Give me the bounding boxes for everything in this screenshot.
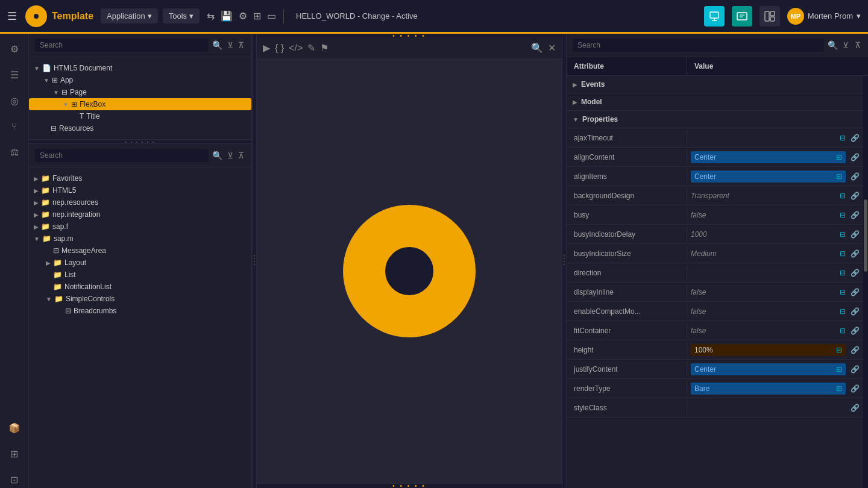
prop-val-render-type[interactable]: Bare ⊟ 🔗 bbox=[687, 381, 863, 396]
component-search-icon[interactable]: 🔍 bbox=[212, 151, 222, 160]
prop-link-height[interactable]: 🔗 bbox=[851, 346, 860, 354]
sidebar-share-icon[interactable]: ⑂ bbox=[9, 119, 20, 134]
list-item-nep-resources[interactable]: ▶ 📁 nep.resources bbox=[29, 196, 251, 208]
prop-copy-direction[interactable]: ⊟ bbox=[840, 269, 846, 277]
list-item-breadcrumbs[interactable]: ▶ ⊟ Breadcrumbs bbox=[29, 305, 251, 317]
prop-val-height[interactable]: 100% ⊟ 🔗 bbox=[687, 342, 863, 358]
right-filter-button[interactable]: ⊻ bbox=[841, 39, 850, 51]
prop-copy-display-inline[interactable]: ⊟ bbox=[840, 288, 846, 296]
tree-item-title[interactable]: ▶ T Title bbox=[29, 110, 251, 122]
prop-link-busy[interactable]: 🔗 bbox=[851, 211, 860, 219]
prop-link-fit-container[interactable]: 🔗 bbox=[851, 327, 860, 335]
right-collapse-button[interactable]: ⊼ bbox=[854, 39, 862, 51]
teal-button-1[interactable] bbox=[704, 6, 725, 27]
list-item-simple-controls[interactable]: ▼ 📁 SimpleControls bbox=[29, 293, 251, 305]
tools-menu-button[interactable]: Tools ▾ bbox=[163, 8, 200, 23]
tree-search-input[interactable] bbox=[35, 39, 209, 52]
application-menu-button[interactable]: Application ▾ bbox=[101, 8, 158, 23]
undo-icon[interactable]: ⇆ bbox=[207, 10, 215, 22]
list-item-nep-integration[interactable]: ▶ 📁 nep.integration bbox=[29, 208, 251, 221]
layout-button[interactable] bbox=[760, 6, 780, 27]
height-copy[interactable]: ⊟ bbox=[836, 346, 842, 354]
tree-item-flexbox[interactable]: ▼ ⊞ FlexBox bbox=[29, 98, 251, 110]
user-menu[interactable]: MP Morten Prom ▾ bbox=[787, 8, 861, 25]
right-search-icon[interactable]: 🔍 bbox=[828, 40, 838, 50]
prop-link-busy-delay[interactable]: 🔗 bbox=[851, 230, 860, 239]
prop-copy-fit-container[interactable]: ⊟ bbox=[840, 327, 846, 335]
list-item-favorites[interactable]: ▶ 📁 Favorites bbox=[29, 172, 251, 184]
prop-val-justify-content[interactable]: Center ⊟ 🔗 bbox=[687, 361, 863, 377]
brackets-icon[interactable]: </> bbox=[289, 43, 303, 54]
tree-item-app[interactable]: ▼ ⊞ App bbox=[29, 74, 251, 86]
prop-link-display-inline[interactable]: 🔗 bbox=[851, 288, 860, 296]
tree-filter-button[interactable]: ⊻ bbox=[226, 39, 234, 51]
prop-link-justify-content[interactable]: 🔗 bbox=[851, 365, 860, 374]
prop-val-filled-render-type[interactable]: Bare ⊟ bbox=[691, 383, 846, 395]
prop-link-ajax-timeout[interactable]: 🔗 bbox=[851, 134, 860, 142]
center-search-icon[interactable]: 🔍 bbox=[531, 42, 543, 54]
tree-item-html5-document[interactable]: ▼ 📄 HTML5 Document bbox=[29, 62, 251, 74]
prop-val-align-items[interactable]: Center ⊟ 🔗 bbox=[687, 169, 863, 184]
list-item-notification-list[interactable]: ▶ 📁 NotificationList bbox=[29, 281, 251, 293]
prop-link-align-items[interactable]: 🔗 bbox=[851, 172, 860, 181]
list-item-list[interactable]: ▶ 📁 List bbox=[29, 269, 251, 281]
play-icon[interactable]: ▶ bbox=[263, 42, 270, 54]
prop-val-direction[interactable]: ⊟ 🔗 bbox=[687, 267, 863, 279]
render-type-copy[interactable]: ⊟ bbox=[836, 384, 842, 393]
hamburger-icon[interactable]: ☰ bbox=[7, 10, 17, 23]
tree-item-resources[interactable]: ▶ ⊟ Resources bbox=[29, 122, 251, 134]
sidebar-settings-icon[interactable]: ⚙ bbox=[8, 41, 21, 57]
justify-content-copy[interactable]: ⊟ bbox=[836, 365, 842, 374]
right-scrollbar[interactable] bbox=[863, 76, 868, 488]
debug-icon[interactable]: ⚙ bbox=[239, 10, 247, 22]
center-bottom-resize[interactable]: • • • • • bbox=[257, 483, 562, 488]
list-item-html5[interactable]: ▶ 📁 HTML5 bbox=[29, 184, 251, 196]
events-section-header[interactable]: ▶ Events bbox=[567, 76, 863, 93]
prop-val-filled-align-items[interactable]: Center ⊟ bbox=[691, 170, 846, 183]
prop-link-background-design[interactable]: 🔗 bbox=[851, 192, 860, 200]
right-search-input[interactable] bbox=[573, 39, 824, 52]
component-filter-button[interactable]: ⊻ bbox=[226, 149, 234, 161]
component-icon[interactable]: ⊞ bbox=[253, 10, 261, 22]
prop-link-direction[interactable]: 🔗 bbox=[851, 269, 860, 277]
list-item-sap-m[interactable]: ▼ 📁 sap.m bbox=[29, 233, 251, 245]
properties-section-header[interactable]: ▼ Properties bbox=[567, 111, 863, 128]
vertical-resize-handle[interactable]: • • • • • • bbox=[29, 139, 251, 144]
prop-val-filled-align-content[interactable]: Center ⊟ bbox=[691, 151, 846, 163]
sidebar-terminal-icon[interactable]: ⊡ bbox=[8, 472, 20, 488]
center-close-icon[interactable]: ✕ bbox=[548, 42, 556, 54]
teal-button-2[interactable] bbox=[732, 6, 752, 27]
sidebar-grid-icon[interactable]: ⊞ bbox=[8, 446, 20, 462]
prop-copy-ajax-timeout[interactable]: ⊟ bbox=[840, 134, 846, 142]
prop-val-fit-container[interactable]: false ⊟ 🔗 bbox=[687, 325, 863, 337]
sidebar-package-icon[interactable]: 📦 bbox=[6, 420, 23, 436]
list-item-message-area[interactable]: ▶ ⊟ MessageArea bbox=[29, 245, 251, 257]
component-search-input[interactable] bbox=[35, 149, 209, 162]
prop-val-display-inline[interactable]: false ⊟ 🔗 bbox=[687, 286, 863, 298]
prop-link-enable-compact[interactable]: 🔗 bbox=[851, 307, 860, 316]
sidebar-balance-icon[interactable]: ⚖ bbox=[8, 144, 21, 160]
prop-copy-busy[interactable]: ⊟ bbox=[840, 211, 846, 219]
prop-link-style-class[interactable]: 🔗 bbox=[851, 404, 860, 412]
prop-val-align-content[interactable]: Center ⊟ 🔗 bbox=[687, 149, 863, 165]
prop-val-busy-size[interactable]: Medium ⊟ 🔗 bbox=[687, 248, 863, 260]
prop-link-render-type[interactable]: 🔗 bbox=[851, 384, 860, 393]
list-item-sap-f[interactable]: ▶ 📁 sap.f bbox=[29, 221, 251, 233]
flag-icon[interactable]: ⚑ bbox=[320, 42, 329, 54]
left-center-resize[interactable]: •••• bbox=[252, 34, 257, 488]
tablet-icon[interactable]: ▭ bbox=[267, 10, 276, 22]
prop-copy-enable-compact[interactable]: ⊟ bbox=[840, 307, 846, 316]
prop-link-align-content[interactable]: 🔗 bbox=[851, 153, 860, 161]
model-section-header[interactable]: ▶ Model bbox=[567, 93, 863, 111]
sidebar-list-icon[interactable]: ☰ bbox=[8, 67, 21, 83]
prop-val-background-design[interactable]: Transparent ⊟ 🔗 bbox=[687, 190, 863, 202]
component-collapse-button[interactable]: ⊼ bbox=[237, 149, 245, 161]
save-icon[interactable]: 💾 bbox=[221, 10, 233, 22]
prop-val-enable-compact[interactable]: false ⊟ 🔗 bbox=[687, 305, 863, 318]
prop-val-filled-height[interactable]: 100% ⊟ bbox=[691, 344, 846, 356]
script-icon[interactable]: ✎ bbox=[307, 42, 315, 54]
scrollbar-thumb[interactable] bbox=[864, 199, 867, 272]
center-right-resize[interactable]: •••• bbox=[562, 34, 567, 488]
tree-item-page[interactable]: ▼ ⊟ Page bbox=[29, 86, 251, 98]
prop-val-style-class[interactable]: 🔗 bbox=[687, 402, 863, 414]
